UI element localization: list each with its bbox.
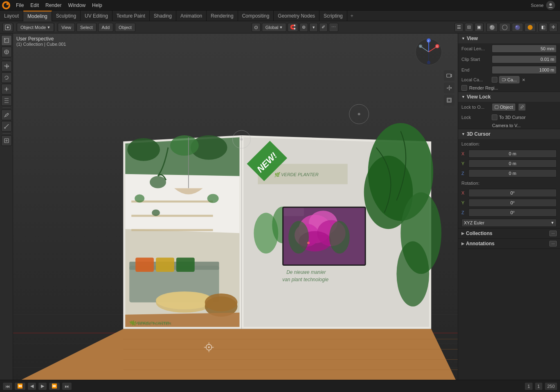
clip-start-input[interactable]: 0.01 m <box>492 55 557 63</box>
blender-logo-icon[interactable] <box>2 1 11 10</box>
focal-length-input[interactable]: 50 mm <box>492 45 557 53</box>
move-tool[interactable] <box>1 61 12 72</box>
lock-3d-cursor-checkbox[interactable] <box>492 114 497 120</box>
viewport-overlays-button[interactable]: ◧ <box>539 23 548 32</box>
object-mode-button[interactable]: Object Mode ▼ <box>17 23 54 32</box>
pan-view-button[interactable] <box>444 83 454 93</box>
add-menu-button[interactable]: Add <box>98 23 114 32</box>
tab-sculpting[interactable]: Sculpting <box>52 11 81 21</box>
svg-point-56 <box>156 291 213 309</box>
wireframe-shading-button[interactable] <box>499 23 511 32</box>
tab-texture-paint[interactable]: Texture Paint <box>112 11 150 21</box>
orthographic-view-button[interactable] <box>444 95 454 105</box>
camera-selector[interactable]: Ca... <box>499 76 520 83</box>
svg-text:🌿 VERDE PLANTER: 🌿 VERDE PLANTER <box>274 172 318 177</box>
tab-compositing[interactable]: Compositing <box>238 11 274 21</box>
material-preview-button[interactable] <box>512 23 523 32</box>
pivot-point-button[interactable]: ⊙ <box>252 23 261 32</box>
rotation-x-label: X <box>461 190 467 195</box>
rotation-y-input[interactable]: 0° <box>468 199 557 207</box>
rotate-tool[interactable] <box>1 72 12 83</box>
snap-button[interactable]: 🧲 <box>288 23 298 32</box>
annotation-button[interactable]: ✐ <box>319 23 328 32</box>
unknown-btn-1[interactable]: ⋯ <box>329 23 338 32</box>
frame-start-display[interactable]: 1 <box>524 382 533 390</box>
cursor-tool[interactable] <box>1 47 12 57</box>
lock-edit-button[interactable] <box>518 103 526 111</box>
editor-type-button[interactable] <box>2 23 13 32</box>
axis-gizmo[interactable]: Z X Y <box>414 38 443 66</box>
object-menu-button[interactable]: Object <box>115 23 135 32</box>
rotation-x-input[interactable]: 0° <box>468 189 557 197</box>
tab-layout[interactable]: Layout <box>0 11 23 21</box>
camera-view-button[interactable] <box>444 70 454 81</box>
local-camera-checkbox[interactable] <box>492 77 497 83</box>
lock-to-3d-cursor-row: Lock To 3D Cursor <box>458 112 560 122</box>
viewport-shading-options[interactable]: ☰ <box>454 23 463 32</box>
rotation-mode-dropdown[interactable]: XYZ Euler ▼ <box>461 219 557 227</box>
svg-rect-54 <box>176 258 195 272</box>
cursor-section-header[interactable]: ▼ 3D Cursor <box>458 129 560 139</box>
rendered-shading-button[interactable] <box>524 23 536 32</box>
transform-tool[interactable] <box>1 95 12 106</box>
svg-text:X: X <box>436 45 438 48</box>
jump-forward-button[interactable]: ⏩ <box>49 382 60 390</box>
xray-button[interactable]: ▣ <box>475 23 484 32</box>
view-menu-button[interactable]: View <box>58 23 75 32</box>
user-icon[interactable] <box>546 1 555 10</box>
jump-to-start-button[interactable]: ⏮ <box>2 382 13 390</box>
view-lock-section: ▼ View Lock Lock to O... Object Lock <box>458 92 560 129</box>
menu-file[interactable]: File <box>13 2 27 9</box>
scene-3d[interactable]: 🌿 VERDE PLANTER <box>13 34 458 380</box>
measure-tool[interactable] <box>1 121 12 132</box>
select-menu-button[interactable]: Select <box>76 23 97 32</box>
tab-uv-editing[interactable]: UV Editing <box>81 11 112 21</box>
clip-end-row: End 1000 m <box>458 65 560 75</box>
menu-edit[interactable]: Edit <box>27 2 42 9</box>
jump-to-end-button[interactable]: ⏭ <box>62 382 72 390</box>
lock-object-button[interactable]: Object <box>492 103 516 111</box>
cursor-z-input[interactable]: 0 m <box>468 169 557 177</box>
add-workspace-button[interactable]: + <box>347 11 357 20</box>
view-section: ▼ View Focal Len... 50 mm Clip Start 0.0… <box>458 34 560 92</box>
annotations-options-button[interactable]: ⋯ <box>549 241 557 246</box>
rotation-z-input[interactable]: 0° <box>468 208 557 217</box>
annotations-header[interactable]: ▶ Annotations ⋯ <box>458 239 560 249</box>
select-box-tool[interactable] <box>1 35 12 46</box>
gizmos-button[interactable]: ✛ <box>549 23 558 32</box>
tab-rendering[interactable]: Rendering <box>207 11 238 21</box>
play-button[interactable]: ▶ <box>38 382 47 390</box>
view-lock-header[interactable]: ▼ View Lock <box>458 92 560 102</box>
tab-shading[interactable]: Shading <box>150 11 176 21</box>
scale-tool[interactable] <box>1 84 12 94</box>
tab-scripting[interactable]: Scripting <box>319 11 347 21</box>
annotate-tool[interactable] <box>1 110 12 120</box>
overlay-button[interactable]: ⊟ <box>465 23 473 32</box>
clip-end-input[interactable]: 1000 m <box>492 66 557 74</box>
tab-geometry-nodes[interactable]: Geometry Nodes <box>274 11 319 21</box>
svg-rect-45 <box>131 215 213 217</box>
cursor-x-input[interactable]: 0 m <box>468 150 557 158</box>
tab-animation[interactable]: Animation <box>176 11 207 21</box>
add-cube-tool[interactable] <box>1 135 12 146</box>
proportional-edit-button[interactable]: ⊚ <box>299 23 308 32</box>
transform-orientation-button[interactable]: Global ▼ <box>262 23 287 32</box>
menu-help[interactable]: Help <box>89 2 105 9</box>
frame-current-display[interactable]: 1 <box>535 382 543 390</box>
proportional-options-button[interactable]: ▼ <box>309 23 318 32</box>
viewport[interactable]: User Perspective (1) Collection | Cube.0… <box>13 34 458 380</box>
menu-window[interactable]: Window <box>65 2 88 9</box>
cursor-y-input[interactable]: 0 m <box>468 159 557 168</box>
tab-modeling[interactable]: Modeling <box>23 11 52 21</box>
collections-options-button[interactable]: ⋯ <box>549 231 557 236</box>
view-section-header[interactable]: ▼ View <box>458 34 560 43</box>
collections-header[interactable]: ▶ Collections ⋯ <box>458 228 560 238</box>
menu-render[interactable]: Render <box>43 2 64 9</box>
solid-shading-button[interactable] <box>486 23 498 32</box>
play-reverse-button[interactable]: ◀ <box>27 382 36 390</box>
render-region-checkbox[interactable] <box>461 85 467 91</box>
frame-end-display[interactable]: 250 <box>544 382 558 390</box>
jump-back-button[interactable]: ⏪ <box>14 382 26 390</box>
camera-close-button[interactable]: ✕ <box>522 78 525 82</box>
svg-text:De nieuwe manier: De nieuwe manier <box>286 269 326 275</box>
